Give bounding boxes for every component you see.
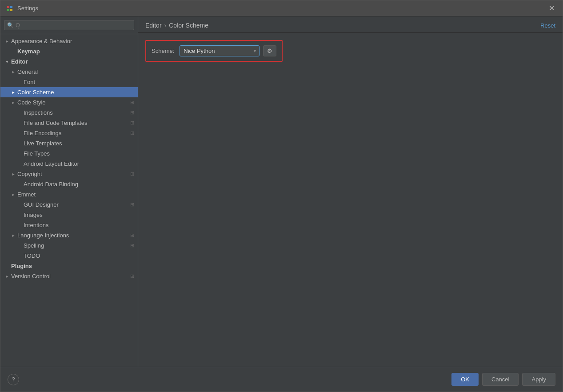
sidebar-item-label: File Types bbox=[24, 150, 50, 157]
content-area: Editor › Color Scheme Reset Scheme: Nice… bbox=[138, 16, 563, 367]
sidebar-item-color-scheme[interactable]: ► Color Scheme bbox=[0, 87, 138, 97]
copy-icon: ⊞ bbox=[130, 232, 134, 238]
sidebar-item-keymap[interactable]: Keymap bbox=[0, 46, 138, 56]
sidebar-item-label: Appearance & Behavior bbox=[11, 38, 72, 44]
close-button[interactable]: ✕ bbox=[546, 2, 557, 14]
scheme-dropdown-wrap: Nice Python Default Darcula High contras… bbox=[180, 45, 260, 56]
scheme-label: Scheme: bbox=[152, 48, 174, 54]
title-bar: Settings ✕ bbox=[0, 0, 563, 16]
no-arrow bbox=[16, 79, 23, 85]
sidebar-item-font[interactable]: Font bbox=[0, 77, 138, 87]
sidebar-item-emmet[interactable]: ► Emmet bbox=[0, 189, 138, 200]
sidebar-item-label: Font bbox=[24, 79, 35, 85]
sidebar-item-code-style[interactable]: ► Code Style ⊞ bbox=[0, 97, 138, 108]
sidebar-item-label: GUI Designer bbox=[24, 201, 59, 208]
breadcrumb-current: Color Scheme bbox=[169, 22, 208, 29]
scheme-section: Scheme: Nice Python Default Darcula High… bbox=[145, 40, 283, 62]
sidebar-item-label: Intentions bbox=[24, 222, 48, 228]
sidebar-item-android-layout-editor[interactable]: Android Layout Editor bbox=[0, 159, 138, 169]
breadcrumb-parent: Editor bbox=[145, 22, 162, 29]
sidebar-item-plugins[interactable]: Plugins bbox=[0, 261, 138, 271]
no-arrow bbox=[16, 120, 23, 126]
sidebar-item-label: TODO bbox=[24, 252, 40, 259]
sidebar-item-label: Plugins bbox=[11, 263, 32, 269]
sidebar-item-inspections[interactable]: Inspections ⊞ bbox=[0, 108, 138, 118]
content-body: Scheme: Nice Python Default Darcula High… bbox=[138, 33, 563, 367]
no-arrow bbox=[4, 263, 10, 269]
no-arrow bbox=[16, 253, 23, 259]
svg-rect-2 bbox=[7, 9, 9, 11]
sidebar-item-live-templates[interactable]: Live Templates bbox=[0, 138, 138, 148]
scheme-gear-button[interactable]: ⚙ bbox=[263, 45, 276, 56]
copy-icon: ⊞ bbox=[130, 100, 134, 105]
sidebar-tree: ► Appearance & Behavior Keymap ▼ Editor … bbox=[0, 34, 138, 367]
sidebar-item-label: Images bbox=[24, 212, 43, 218]
svg-rect-0 bbox=[7, 6, 9, 8]
sidebar-item-images[interactable]: Images bbox=[0, 210, 138, 220]
sidebar-item-label: Version Control bbox=[11, 273, 51, 280]
copy-icon: ⊞ bbox=[130, 171, 134, 177]
sidebar-item-label: Color Scheme bbox=[17, 89, 54, 96]
copy-icon: ⊞ bbox=[130, 130, 134, 136]
no-arrow bbox=[16, 181, 23, 188]
content-header: Editor › Color Scheme Reset bbox=[138, 16, 563, 33]
copy-icon: ⊞ bbox=[130, 120, 134, 126]
cancel-button[interactable]: Cancel bbox=[482, 373, 519, 386]
no-arrow bbox=[16, 212, 23, 218]
no-arrow bbox=[16, 161, 23, 167]
bottom-left: ? bbox=[8, 374, 19, 385]
scheme-dropdown[interactable]: Nice Python Default Darcula High contras… bbox=[180, 45, 260, 56]
settings-window: Settings ✕ 🔍 ► Appearance & Behavior bbox=[0, 0, 563, 392]
sidebar-item-file-and-code-templates[interactable]: File and Code Templates ⊞ bbox=[0, 118, 138, 128]
sidebar-item-appearance-behavior[interactable]: ► Appearance & Behavior bbox=[0, 36, 138, 46]
search-input-wrap[interactable]: 🔍 bbox=[4, 20, 134, 30]
sidebar-item-label: File and Code Templates bbox=[24, 120, 88, 126]
sidebar-item-label: Inspections bbox=[24, 109, 53, 116]
collapse-arrow: ► bbox=[10, 89, 16, 96]
sidebar-item-label: Spelling bbox=[24, 242, 44, 249]
breadcrumb-separator: › bbox=[164, 22, 167, 29]
help-button[interactable]: ? bbox=[8, 374, 19, 385]
sidebar-item-intentions[interactable]: Intentions bbox=[0, 220, 138, 230]
svg-rect-1 bbox=[10, 6, 12, 8]
window-title: Settings bbox=[17, 5, 546, 12]
sidebar-item-label: File Encodings bbox=[24, 130, 61, 136]
no-arrow bbox=[10, 48, 16, 55]
sidebar-item-editor[interactable]: ▼ Editor bbox=[0, 56, 138, 67]
copy-icon: ⊞ bbox=[130, 243, 134, 248]
apply-button[interactable]: Apply bbox=[522, 373, 555, 386]
collapse-arrow: ▼ bbox=[4, 59, 10, 65]
sidebar-item-file-types[interactable]: File Types bbox=[0, 148, 138, 159]
sidebar-item-label: General bbox=[17, 68, 38, 75]
no-arrow bbox=[16, 243, 23, 249]
sidebar-item-android-data-binding[interactable]: Android Data Binding bbox=[0, 179, 138, 189]
copy-icon: ⊞ bbox=[130, 110, 134, 116]
sidebar-item-label: Code Style bbox=[17, 99, 46, 106]
svg-rect-3 bbox=[10, 9, 12, 11]
collapse-arrow: ► bbox=[4, 38, 10, 44]
no-arrow bbox=[16, 110, 23, 116]
collapse-arrow: ► bbox=[10, 232, 16, 239]
sidebar-item-gui-designer[interactable]: GUI Designer ⊞ bbox=[0, 200, 138, 210]
sidebar-item-version-control[interactable]: ► Version Control ⊞ bbox=[0, 271, 138, 281]
sidebar-item-spelling[interactable]: Spelling ⊞ bbox=[0, 240, 138, 251]
search-input[interactable] bbox=[16, 22, 131, 28]
sidebar-item-general[interactable]: ► General bbox=[0, 67, 138, 77]
no-arrow bbox=[16, 222, 23, 228]
no-arrow bbox=[16, 202, 23, 208]
reset-button[interactable]: Reset bbox=[540, 22, 555, 29]
sidebar-item-copyright[interactable]: ► Copyright ⊞ bbox=[0, 169, 138, 179]
sidebar-item-todo[interactable]: TODO bbox=[0, 251, 138, 261]
sidebar-item-label: Copyright bbox=[17, 171, 42, 177]
breadcrumb: Editor › Color Scheme bbox=[145, 22, 208, 29]
bottom-bar: ? OK Cancel Apply bbox=[0, 367, 563, 392]
sidebar-item-file-encodings[interactable]: File Encodings ⊞ bbox=[0, 128, 138, 138]
copy-icon: ⊞ bbox=[130, 202, 134, 208]
no-arrow bbox=[16, 130, 23, 136]
ok-button[interactable]: OK bbox=[451, 373, 479, 386]
sidebar: 🔍 ► Appearance & Behavior Keymap ▼ bbox=[0, 16, 138, 367]
collapse-arrow: ► bbox=[10, 100, 16, 106]
sidebar-item-label: Live Templates bbox=[24, 140, 62, 147]
sidebar-item-language-injections[interactable]: ► Language Injections ⊞ bbox=[0, 230, 138, 240]
collapse-arrow: ► bbox=[10, 192, 16, 198]
